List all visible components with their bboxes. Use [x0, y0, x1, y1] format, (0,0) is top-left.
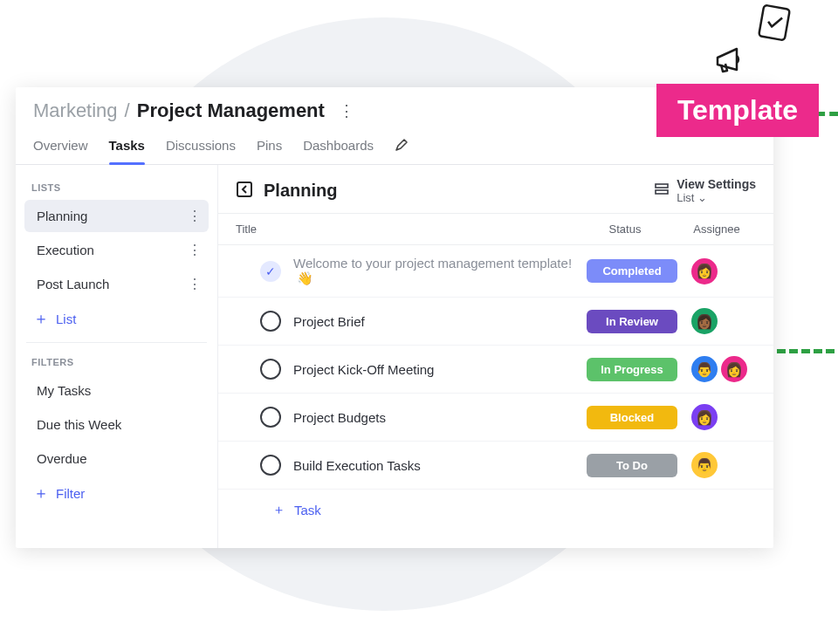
sidebar-list-execution[interactable]: Execution⋮ [24, 234, 209, 266]
tab-tasks[interactable]: Tasks [109, 133, 145, 164]
filters-section-label: FILTERS [21, 350, 212, 373]
status-badge[interactable]: To Do [587, 454, 677, 477]
sidebar-filter-overdue[interactable]: Overdue [24, 442, 209, 475]
assignee-cell[interactable]: 👩 [677, 404, 756, 430]
svg-rect-3 [656, 190, 668, 194]
avatar[interactable]: 👩 [721, 356, 747, 382]
task-checkbox[interactable] [260, 311, 281, 332]
add-filter-label: Filter [56, 486, 85, 501]
sidebar: LISTS Planning⋮Execution⋮Post Launch⋮ ＋ … [16, 165, 218, 548]
tab-discussions[interactable]: Discussions [166, 133, 236, 164]
sidebar-list-post-launch[interactable]: Post Launch⋮ [24, 268, 209, 300]
add-list-button[interactable]: ＋ List [21, 302, 212, 335]
list-item-more-icon[interactable]: ⋮ [188, 276, 202, 292]
sidebar-filter-due-this-week[interactable]: Due this Week [24, 408, 209, 441]
tab-overview[interactable]: Overview [33, 133, 88, 164]
megaphone-icon [711, 40, 751, 80]
task-checkbox[interactable] [260, 359, 281, 380]
main-panel: Planning View Settings List⌄ Title Statu… [218, 165, 773, 548]
main-header: Planning View Settings List⌄ [218, 165, 773, 214]
view-settings-button[interactable]: View Settings List⌄ [654, 177, 756, 204]
assignee-cell[interactable]: 👨👩 [677, 356, 756, 382]
list-item-more-icon[interactable]: ⋮ [188, 208, 202, 224]
breadcrumb-root[interactable]: Marketing [33, 99, 118, 122]
add-filter-button[interactable]: ＋ Filter [21, 476, 212, 510]
avatar[interactable]: 👨 [691, 356, 718, 382]
list-item-label: Planning [37, 209, 87, 223]
list-item-label: Post Launch [37, 277, 109, 291]
add-task-label: Task [294, 503, 321, 517]
sidebar-list-planning[interactable]: Planning⋮ [24, 200, 209, 232]
dashed-connector [803, 112, 838, 356]
status-badge[interactable]: In Progress [587, 358, 677, 381]
chevron-down-icon: ⌄ [697, 191, 707, 204]
assignee-cell[interactable]: 👩🏾 [677, 308, 756, 334]
assignee-cell[interactable]: 👨 [677, 452, 756, 478]
tab-dashboards[interactable]: Dashboards [303, 133, 374, 164]
breadcrumb-separator: / [125, 99, 130, 122]
column-status-header[interactable]: Status [573, 223, 677, 236]
add-task-button[interactable]: ＋Task [218, 490, 773, 531]
view-mode-label: List [677, 191, 694, 204]
task-title: Build Execution Tasks [293, 458, 587, 473]
avatar[interactable]: 👨 [691, 452, 718, 478]
column-assignee-header[interactable]: Assignee [677, 223, 756, 236]
list-item-more-icon[interactable]: ⋮ [188, 242, 202, 258]
app-window: Marketing / Project Management ⋮ Overvie… [16, 87, 773, 548]
task-row[interactable]: Build Execution TasksTo Do👨 [218, 442, 773, 490]
add-list-label: List [56, 312, 76, 326]
task-checkbox-done[interactable]: ✓ [260, 261, 281, 282]
wave-emoji: 👋 [297, 271, 313, 285]
list-item-label: Execution [37, 243, 94, 257]
template-badge: Template [656, 84, 819, 137]
task-title: Welcome to your project management templ… [293, 256, 587, 286]
avatar[interactable]: 👩 [691, 404, 718, 430]
sidebar-filter-my-tasks[interactable]: My Tasks [24, 374, 209, 407]
task-title: Project Kick-Off Meeting [293, 362, 587, 377]
task-title: Project Brief [293, 314, 587, 329]
avatar[interactable]: 👩 [691, 258, 718, 284]
tab-pins[interactable]: Pins [257, 133, 282, 164]
lists-section-label: LISTS [21, 175, 212, 198]
column-title-header[interactable]: Title [236, 223, 573, 236]
svg-rect-2 [656, 184, 668, 188]
body: LISTS Planning⋮Execution⋮Post Launch⋮ ＋ … [16, 165, 773, 548]
task-checkbox[interactable] [260, 455, 281, 476]
task-rows: ✓Welcome to your project management temp… [218, 245, 773, 548]
avatar[interactable]: 👩🏾 [691, 308, 718, 334]
view-settings-label: View Settings [677, 177, 756, 191]
task-title: Project Budgets [293, 410, 587, 425]
plus-icon: ＋ [272, 502, 285, 518]
plus-icon: ＋ [33, 485, 49, 501]
breadcrumb-current[interactable]: Project Management [137, 99, 325, 122]
assignee-cell[interactable]: 👩 [677, 258, 756, 284]
task-row[interactable]: Project BriefIn Review👩🏾 [218, 298, 773, 346]
task-checkbox[interactable] [260, 407, 281, 428]
plus-icon: ＋ [33, 311, 49, 326]
list-view-icon [654, 182, 670, 200]
more-menu-icon[interactable]: ⋮ [339, 101, 354, 120]
column-headers: Title Status Assignee [218, 214, 773, 245]
task-row[interactable]: Project Kick-Off MeetingIn Progress👨👩 [218, 346, 773, 394]
task-row[interactable]: Project BudgetsBlocked👩 [218, 394, 773, 442]
checklist-icon [756, 0, 793, 44]
status-badge[interactable]: In Review [587, 310, 677, 333]
dashed-connector-end [777, 349, 838, 353]
collapse-panel-icon[interactable] [236, 181, 253, 202]
list-title: Planning [264, 181, 337, 201]
sidebar-divider [26, 342, 207, 343]
status-badge[interactable]: Completed [587, 259, 677, 283]
svg-rect-0 [759, 5, 790, 41]
svg-rect-1 [237, 182, 251, 196]
edit-tabs-icon[interactable] [395, 133, 409, 164]
status-badge[interactable]: Blocked [587, 406, 677, 429]
task-row[interactable]: ✓Welcome to your project management temp… [218, 245, 773, 298]
